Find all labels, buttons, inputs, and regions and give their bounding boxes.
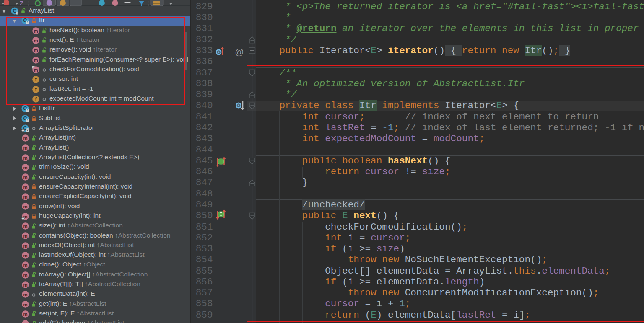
svg-text:m: m: [23, 155, 27, 160]
svg-text:m: m: [23, 272, 27, 277]
svg-text:Z: Z: [20, 0, 23, 6]
svg-text:m: m: [23, 233, 27, 238]
svg-text:m: m: [23, 292, 27, 297]
svg-text:m: m: [23, 243, 27, 248]
svg-text:m: m: [23, 302, 27, 307]
svg-text:m: m: [23, 145, 27, 150]
svg-text:m: m: [23, 321, 27, 323]
svg-text:m: m: [23, 165, 27, 170]
svg-text:m: m: [23, 312, 27, 317]
svg-text:m: m: [23, 263, 27, 268]
svg-text:m: m: [23, 194, 27, 199]
svg-text:m: m: [23, 136, 27, 141]
svg-text:m: m: [23, 204, 27, 209]
svg-text:m: m: [23, 253, 27, 258]
svg-text:m: m: [23, 175, 27, 180]
svg-text:m: m: [23, 184, 27, 189]
svg-text:@: @: [235, 47, 244, 57]
svg-text:m: m: [23, 224, 27, 229]
svg-text:m: m: [23, 282, 27, 287]
